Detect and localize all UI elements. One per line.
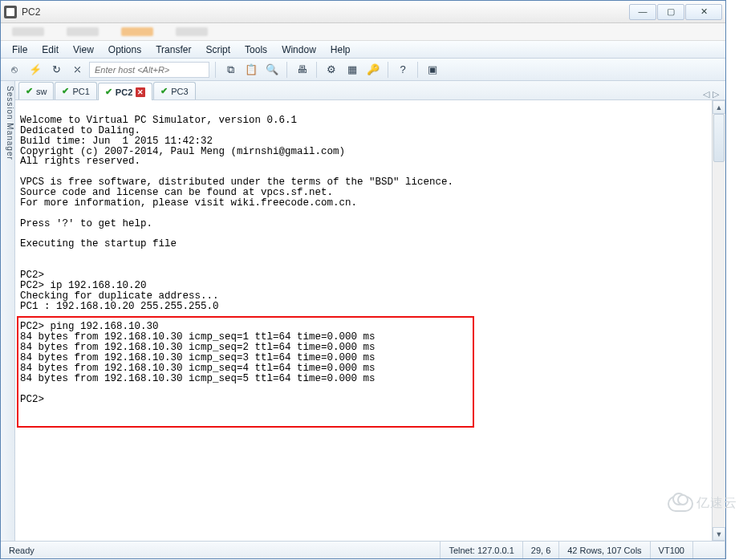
menu-edit[interactable]: Edit xyxy=(35,43,65,57)
cloud-icon xyxy=(668,496,693,512)
tab-pc3[interactable]: ✔PC3 xyxy=(153,82,195,99)
menu-options[interactable]: Options xyxy=(102,43,148,57)
status-size: 42 Rows, 107 Cols xyxy=(559,542,650,558)
tab-label: PC3 xyxy=(171,87,188,96)
status-ready: Ready xyxy=(1,542,441,558)
separator xyxy=(286,62,287,78)
menu-view[interactable]: View xyxy=(67,43,100,57)
key-icon[interactable]: 🔑 xyxy=(364,61,382,79)
header-obscured-row xyxy=(1,23,725,41)
tab-label: PC1 xyxy=(72,87,89,96)
disconnect-icon[interactable]: ⤫ xyxy=(68,61,86,79)
tab-pc1[interactable]: ✔PC1 xyxy=(55,82,96,99)
copy-icon[interactable]: ⧉ xyxy=(221,61,239,79)
menu-help[interactable]: Help xyxy=(324,43,357,57)
tab-sw[interactable]: ✔sw xyxy=(18,82,54,99)
watermark: 亿速云 xyxy=(668,495,737,512)
session-manager-rail[interactable]: Session Manager xyxy=(1,81,15,541)
window-title: PC2 xyxy=(22,6,629,18)
separator xyxy=(316,62,317,78)
connected-icon: ✔ xyxy=(62,86,69,96)
menu-tools[interactable]: Tools xyxy=(238,43,274,57)
status-bar: Ready Telnet: 127.0.0.1 29, 6 42 Rows, 1… xyxy=(1,541,725,558)
ping-highlight-box xyxy=(17,316,474,428)
help-icon[interactable]: ? xyxy=(394,61,412,79)
find-icon[interactable]: 🔍 xyxy=(263,61,281,79)
main-column: ✔sw ✔PC1 ✔PC2✕ ✔PC3 ◁ ▷ Welcome to Virtu… xyxy=(15,81,725,541)
obscured-label xyxy=(121,27,153,36)
paste-icon[interactable]: 📋 xyxy=(242,61,260,79)
session-options-icon[interactable]: ▦ xyxy=(343,61,361,79)
terminal-icon[interactable]: ▣ xyxy=(424,61,441,79)
tab-scroll-right-icon[interactable]: ▷ xyxy=(713,89,719,99)
menu-transfer[interactable]: Transfer xyxy=(149,43,197,57)
app-window: PC2 — ▢ ✕ File Edit View Options Transfe… xyxy=(0,0,726,559)
status-emulation: VT100 xyxy=(651,542,693,558)
tab-bar: ✔sw ✔PC1 ✔PC2✕ ✔PC3 ◁ ▷ xyxy=(15,81,725,100)
scroll-up-icon[interactable]: ▲ xyxy=(713,100,725,114)
connected-icon: ✔ xyxy=(26,86,33,96)
body: Session Manager ✔sw ✔PC1 ✔PC2✕ ✔PC3 ◁ ▷ … xyxy=(1,81,725,541)
tab-pc2[interactable]: ✔PC2✕ xyxy=(98,83,152,100)
status-spacer xyxy=(693,542,725,558)
close-button[interactable]: ✕ xyxy=(685,4,722,20)
tab-label: PC2 xyxy=(116,87,132,97)
quick-connect-icon[interactable]: ⚡ xyxy=(26,61,44,79)
minimize-button[interactable]: — xyxy=(629,4,656,20)
tab-label: sw xyxy=(36,87,47,96)
watermark-text: 亿速云 xyxy=(696,495,737,512)
terminal-output[interactable]: Welcome to Virtual PC Simulator, version… xyxy=(15,100,712,541)
status-cursor: 29, 6 xyxy=(523,542,559,558)
tool-bar: ⎋ ⚡ ↻ ⤫ ⧉ 📋 🔍 🖶 ⚙ ▦ 🔑 ? ▣ xyxy=(1,59,725,81)
app-icon xyxy=(4,6,17,18)
vertical-scrollbar[interactable]: ▲ ▼ xyxy=(712,100,725,541)
settings-icon[interactable]: ⚙ xyxy=(323,61,340,79)
separator xyxy=(417,62,418,78)
maximize-button[interactable]: ▢ xyxy=(657,4,684,20)
menu-window[interactable]: Window xyxy=(275,43,323,57)
scroll-down-icon[interactable]: ▼ xyxy=(713,527,725,541)
close-tab-icon[interactable]: ✕ xyxy=(136,87,145,97)
print-icon[interactable]: 🖶 xyxy=(293,61,311,79)
connect-icon[interactable]: ⎋ xyxy=(6,61,23,79)
window-controls: — ▢ ✕ xyxy=(629,4,722,20)
terminal-wrap: Welcome to Virtual PC Simulator, version… xyxy=(15,100,725,541)
connected-icon: ✔ xyxy=(105,87,112,97)
menu-bar: File Edit View Options Transfer Script T… xyxy=(1,41,725,59)
host-input[interactable] xyxy=(89,62,209,78)
status-connection: Telnet: 127.0.0.1 xyxy=(441,542,522,558)
obscured-label xyxy=(67,27,99,36)
tab-scroll: ◁ ▷ xyxy=(703,89,722,99)
title-bar: PC2 — ▢ ✕ xyxy=(1,1,725,23)
separator xyxy=(215,62,216,78)
scroll-thumb[interactable] xyxy=(713,114,725,162)
reconnect-icon[interactable]: ↻ xyxy=(47,61,65,79)
menu-file[interactable]: File xyxy=(6,43,34,57)
tab-scroll-left-icon[interactable]: ◁ xyxy=(703,89,709,99)
menu-script[interactable]: Script xyxy=(199,43,237,57)
separator xyxy=(388,62,388,78)
obscured-label xyxy=(12,27,44,36)
obscured-label xyxy=(176,27,208,36)
connected-icon: ✔ xyxy=(160,86,168,96)
